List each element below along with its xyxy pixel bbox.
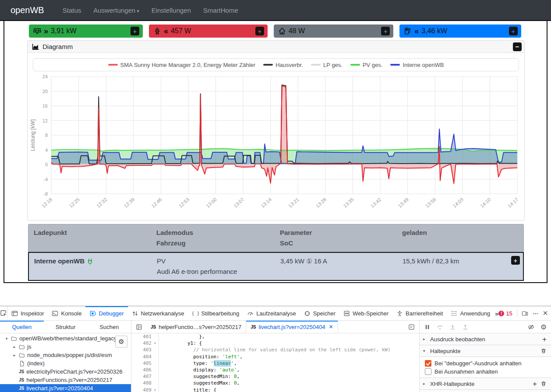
breakpoints-header[interactable]: ▾ Haltepunkte [420, 345, 551, 357]
legend-item-3[interactable]: PV ges. [350, 62, 383, 68]
event-listener-breakpoints-header[interactable]: ▸ Haltepunkte für Event Listener Log [420, 390, 551, 392]
charging-station-icon [404, 27, 412, 35]
tab-suchen[interactable]: Suchen [87, 321, 131, 333]
nav-item-einstellungen[interactable]: Einstellungen [152, 7, 191, 14]
chargepoint-power-badge[interactable]: « 3,46 kW + [399, 24, 521, 38]
add-watch-button[interactable]: + [542, 336, 547, 343]
grid-power-badge[interactable]: « 457 W + [149, 24, 268, 38]
pv-expand-button[interactable]: + [131, 27, 139, 35]
devtools-close-button[interactable]: ✕ [543, 309, 548, 317]
add-xhr-breakpoint-button[interactable]: + [533, 380, 537, 388]
legend-item-4[interactable]: Interne openWB [390, 62, 444, 68]
devtools-menu-button[interactable]: ⋯ [533, 310, 538, 317]
legend-item-1[interactable]: Hausverbr. [263, 62, 303, 68]
js-file-icon: JS [251, 325, 256, 329]
house-expand-button[interactable]: + [381, 27, 390, 35]
fold-spacer [152, 333, 159, 340]
step-out-button[interactable] [462, 324, 469, 330]
nav-item-auswertungen[interactable]: Auswertungen▾ [93, 7, 139, 14]
remove-xhr-trash-icon[interactable] [540, 381, 547, 387]
tree-item-folder[interactable]: ▸node_modules/popper.js/dist/esm [0, 351, 131, 359]
checkbox-checked[interactable] [425, 360, 431, 367]
responsive-design-mode-button[interactable] [522, 310, 528, 317]
source-editor[interactable]: 401 },402▾ y1: {403 // horizontal line f… [131, 333, 420, 392]
line-number[interactable]: 404 [131, 354, 152, 360]
nav-item-smarthome[interactable]: SmartHome [203, 7, 238, 14]
nav-item-status[interactable]: Status [63, 7, 81, 14]
chargepoint-expand-row-button[interactable]: + [511, 256, 520, 265]
devtools-tab-debugger[interactable]: Debugger [85, 306, 127, 320]
devtools-tab-laufzeitanalyse[interactable]: Laufzeitanalyse [243, 306, 300, 320]
devtools-tab-speicher[interactable]: Speicher [300, 306, 339, 320]
source-tab-livechart[interactable]: JS livechart.js?ver=20250404 ✕ [246, 321, 338, 333]
sources-settings-gear-button[interactable]: ⚙ [115, 336, 127, 348]
fold-arrow-icon[interactable]: ▾ [152, 340, 159, 346]
legend-item-0[interactable]: SMA Sunny Home Manager 2.0, Energy Meter… [108, 62, 256, 68]
brand-openwb[interactable]: openWB [11, 5, 44, 15]
tree-item-folder[interactable]: ▸js [0, 343, 131, 351]
legend-item-2[interactable]: LP ges. [311, 62, 343, 68]
diagram-collapse-button[interactable]: − [513, 42, 522, 51]
error-count-badge[interactable]: ! 15 [498, 310, 512, 317]
line-number[interactable]: 405 [131, 360, 152, 367]
devtools-tab-web-speicher[interactable]: Web-Speicher [339, 306, 392, 320]
legend-swatch [350, 64, 360, 66]
fold-spacer [152, 367, 159, 373]
svg-text:12:46: 12:46 [150, 197, 162, 209]
pv-power-value: 3,91 kW [51, 27, 77, 35]
house-power-badge[interactable]: 48 W + [274, 24, 394, 38]
tree-item-file[interactable]: JShelperFunctions.js?ver=20250217 [0, 376, 131, 384]
ignore-breakpoints-button[interactable] [528, 324, 534, 330]
source-tab-helperfunctions[interactable]: JS helperFunctio…s?ver=20250217 [146, 321, 246, 333]
step-in-button[interactable] [449, 324, 456, 330]
tab-quellen[interactable]: Quellen [0, 321, 44, 333]
chevron-right-icon[interactable]: ▸ [12, 345, 17, 349]
fold-arrow-icon[interactable]: ▾ [152, 387, 159, 392]
devtools-tab-stilbearbeitung[interactable]: { }Stilbearbeitung [188, 306, 244, 320]
debugger-content: ▾openWB/web/themes/standard_legacy▸js▸no… [0, 333, 551, 392]
pause-button[interactable] [424, 324, 431, 330]
tree-item-file[interactable]: JSlivechart.js?ver=20250404 [0, 384, 131, 392]
tree-item-file[interactable]: (index) [0, 359, 131, 368]
debugger-settings-gear-icon[interactable]: ⚙ [540, 323, 547, 331]
step-over-button[interactable] [437, 324, 443, 330]
line-number[interactable]: 407 [131, 373, 152, 380]
tree-item-folder[interactable]: ▾openWB/web/themes/standard_legacy [0, 334, 131, 343]
devtools-tab-anwendung[interactable]: Anwendung [447, 306, 494, 320]
pv-power-badge[interactable]: » 3,91 kW + [29, 24, 143, 38]
tree-item-file[interactable]: JSelectricityPriceChart.js?ver=20250326 [0, 368, 131, 376]
code-line: 409▾ title: { [131, 387, 419, 392]
chevron-right-icon[interactable]: ▸ [12, 353, 17, 357]
chevron-down-icon[interactable]: ▾ [4, 336, 9, 341]
devtools-tab-inspektor[interactable]: Inspektor [7, 306, 48, 320]
collapse-sources-pane-button[interactable] [131, 321, 146, 333]
watch-expressions-header[interactable]: ▸ Ausdruck beobachten + [420, 333, 551, 345]
chargepoint-row: Interne openWB PVAudi A6 e-tron performa… [28, 252, 524, 281]
devtools-tab-barrierefreiheit[interactable]: Barrierefreiheit [392, 306, 447, 320]
more-tabs-icon[interactable]: » [495, 310, 498, 317]
tab-struktur[interactable]: Struktur [44, 321, 88, 333]
pick-element-button[interactable] [0, 306, 7, 320]
chargepoint-name: Interne openWB [29, 253, 152, 280]
svg-text:4: 4 [45, 147, 48, 153]
chargepoint-expand-button[interactable]: + [509, 27, 518, 35]
pause-on-debugger-option[interactable]: Bei "debugger"-Ausdruck anhalten [420, 359, 551, 368]
line-number[interactable]: 406 [131, 367, 152, 373]
grid-expand-button[interactable]: + [255, 27, 264, 35]
line-number[interactable]: 408 [131, 380, 152, 386]
devtools-tab-netzwerkanalyse[interactable]: Netzwerkanalyse [128, 306, 188, 320]
svg-text:13:14: 13:14 [260, 197, 272, 209]
svg-text:12: 12 [42, 118, 48, 123]
line-number[interactable]: 401 [131, 333, 152, 340]
remove-breakpoints-trash-icon[interactable] [540, 348, 547, 354]
checkbox-unchecked[interactable] [425, 368, 431, 375]
line-number[interactable]: 402 [131, 340, 152, 346]
close-tab-icon[interactable]: ✕ [329, 324, 333, 330]
xhr-breakpoints-header[interactable]: ▸ XHR-Haltepunkte + [420, 378, 551, 390]
line-number[interactable]: 409 [131, 387, 152, 392]
pause-on-exceptions-option[interactable]: Bei Ausnahmen anhalten [420, 368, 551, 376]
expand-panes-button[interactable] [408, 321, 419, 333]
devtools-tab-konsole[interactable]: Konsole [48, 306, 85, 320]
line-number[interactable]: 403 [131, 346, 152, 353]
source-tabs-bar: JS helperFunctio…s?ver=20250217 JS livec… [131, 321, 420, 333]
